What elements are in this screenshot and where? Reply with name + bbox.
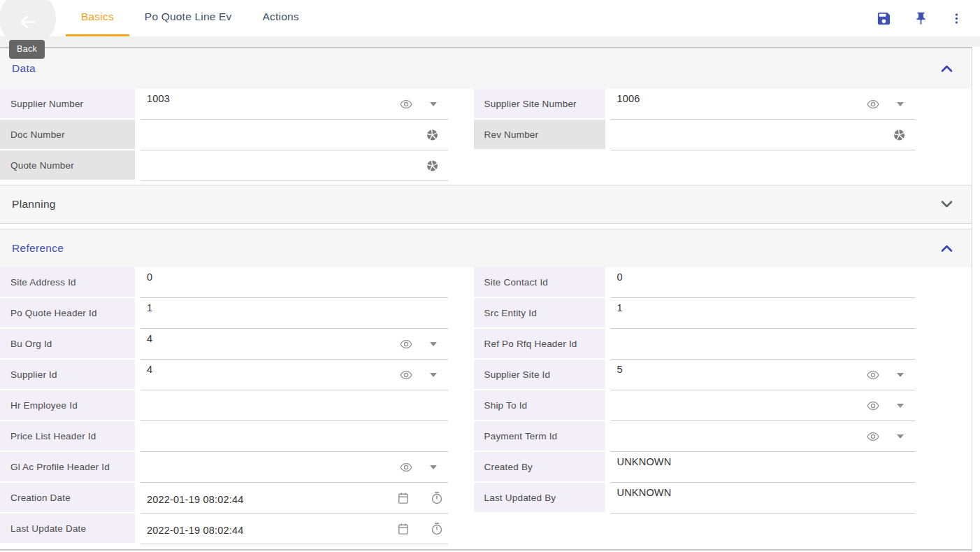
field-value[interactable]: 4 — [140, 360, 448, 390]
eye-icon[interactable] — [866, 430, 880, 444]
field-value[interactable] — [611, 120, 916, 150]
field-row: Supplier Id4 — [0, 360, 448, 390]
field-row: Hr Employee Id — [0, 390, 448, 421]
field-row: Doc Number — [0, 120, 448, 150]
section-fields-data: Supplier Number1003Doc NumberQuote Numbe… — [0, 89, 972, 181]
field-value[interactable]: 1 — [140, 298, 448, 329]
field-value[interactable]: 1 — [611, 298, 916, 329]
field-value-text: 4 — [147, 364, 152, 375]
dropdown-caret-icon[interactable] — [897, 373, 904, 377]
dropdown-caret-icon[interactable] — [897, 434, 904, 439]
more-vertical-icon[interactable] — [950, 12, 963, 25]
clock-icon[interactable] — [430, 491, 444, 505]
calendar-icon[interactable] — [396, 491, 410, 505]
field-label: Rev Number — [474, 120, 605, 150]
field-value[interactable] — [611, 390, 916, 421]
field-label: Created By — [474, 452, 605, 483]
chevron-up-icon[interactable] — [941, 65, 953, 73]
field-label: Po Quote Header Id — [0, 298, 135, 329]
eye-icon[interactable] — [866, 399, 880, 413]
dropdown-caret-icon[interactable] — [430, 465, 437, 469]
field-value[interactable]: 1006 — [611, 89, 916, 120]
field-label: Ref Po Rfq Header Id — [474, 329, 605, 360]
eye-icon[interactable] — [399, 97, 413, 111]
field-value[interactable] — [140, 421, 448, 452]
field-value[interactable]: 2022-01-19 08:02:44 — [140, 483, 448, 514]
dropdown-caret-icon[interactable] — [897, 404, 904, 408]
field-row: Supplier Site Number1006 — [474, 89, 916, 120]
chevron-up-icon[interactable] — [941, 245, 953, 253]
dropdown-caret-icon[interactable] — [430, 373, 437, 377]
section-header-data[interactable]: Data — [0, 48, 972, 89]
dropdown-caret-icon[interactable] — [897, 102, 904, 106]
tab-basics[interactable]: Basics — [66, 0, 129, 36]
field-value[interactable]: UNKNOWN — [611, 452, 916, 483]
field-value[interactable] — [140, 452, 448, 483]
field-value[interactable] — [611, 421, 916, 452]
field-value-text: 0 — [617, 271, 623, 283]
back-tooltip: Back — [9, 40, 45, 59]
dropdown-caret-icon[interactable] — [430, 342, 437, 346]
eye-icon[interactable] — [866, 368, 880, 382]
field-value[interactable] — [611, 329, 916, 360]
field-row: Src Entity Id1 — [474, 298, 916, 329]
aperture-generate-icon[interactable] — [426, 128, 439, 141]
field-value-text: UNKNOWN — [617, 487, 672, 498]
field-label: Last Updated By — [474, 483, 605, 514]
chevron-down-icon[interactable] — [941, 201, 953, 208]
clock-icon[interactable] — [430, 522, 444, 536]
field-label: Hr Employee Id — [0, 390, 135, 421]
field-label: Creation Date — [0, 483, 135, 514]
field-label: Gl Ac Profile Header Id — [0, 452, 135, 483]
field-row: Created ByUNKNOWN — [474, 452, 916, 483]
field-row: Payment Term Id — [474, 421, 916, 452]
calendar-icon[interactable] — [396, 522, 410, 536]
field-label: Bu Org Id — [0, 329, 135, 360]
field-value[interactable] — [140, 120, 448, 150]
pin-icon[interactable] — [914, 11, 928, 26]
field-label: Site Contact Id — [474, 267, 605, 298]
field-row: Bu Org Id4 — [0, 329, 448, 360]
field-value[interactable]: 4 — [140, 329, 448, 360]
field-row: Price List Header Id — [0, 421, 448, 452]
tab-po-quote-line-ev[interactable]: Po Quote Line Ev — [129, 0, 247, 36]
field-row: Last Updated ByUNKNOWN — [474, 483, 916, 514]
form-content: Data Supplier Number1003Doc NumberQuote … — [0, 47, 972, 551]
aperture-generate-icon[interactable] — [893, 128, 906, 141]
app-window: Basics Po Quote Line Ev Actions B — [0, 0, 980, 552]
eye-icon[interactable] — [399, 337, 413, 351]
field-label: Quote Number — [0, 150, 135, 181]
section-header-reference[interactable]: Reference — [0, 229, 972, 267]
field-value[interactable]: 0 — [611, 267, 916, 298]
aperture-generate-icon[interactable] — [426, 159, 439, 172]
section-fields-reference: Site Address Id0Po Quote Header Id1Bu Or… — [0, 267, 972, 544]
field-label: Supplier Number — [0, 89, 135, 120]
field-value[interactable] — [140, 390, 448, 421]
field-value-text: 0 — [147, 271, 152, 283]
eye-icon[interactable] — [399, 368, 413, 382]
field-value[interactable]: 1003 — [140, 89, 448, 120]
field-value[interactable]: 5 — [611, 360, 916, 390]
field-row: Gl Ac Profile Header Id — [0, 452, 448, 483]
field-row: Ref Po Rfq Header Id — [474, 329, 916, 360]
field-value-text: 1006 — [617, 93, 640, 104]
field-label: Src Entity Id — [474, 298, 605, 329]
field-value[interactable]: 2022-01-19 08:02:44 — [140, 514, 448, 544]
field-value[interactable] — [140, 150, 448, 181]
save-icon[interactable] — [876, 10, 892, 27]
field-value-text: 2022-01-19 08:02:44 — [147, 494, 243, 505]
eye-icon[interactable] — [399, 460, 413, 474]
tab-actions[interactable]: Actions — [247, 0, 315, 36]
field-row: Supplier Number1003 — [0, 89, 448, 120]
dropdown-caret-icon[interactable] — [430, 102, 437, 106]
field-label: Price List Header Id — [0, 421, 135, 452]
field-value[interactable]: 0 — [140, 267, 448, 298]
field-value-text: 4 — [147, 333, 152, 344]
field-value[interactable]: UNKNOWN — [611, 483, 916, 514]
section-title: Reference — [12, 242, 64, 255]
section-header-planning[interactable]: Planning — [0, 185, 972, 224]
field-row: Rev Number — [474, 120, 916, 150]
tab-bar: Basics Po Quote Line Ev Actions — [66, 0, 315, 36]
eye-icon[interactable] — [866, 97, 880, 111]
field-row: Last Update Date2022-01-19 08:02:44 — [0, 514, 448, 544]
